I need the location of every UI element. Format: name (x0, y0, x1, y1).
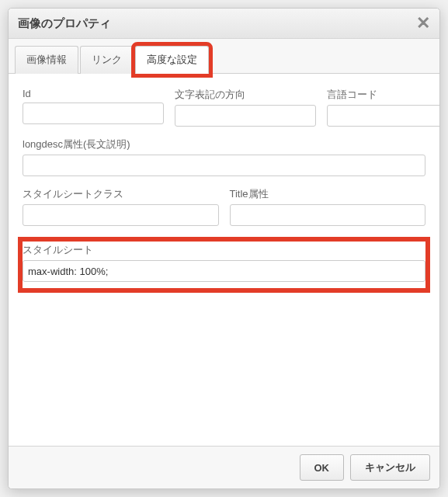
cancel-button[interactable]: キャンセル (350, 454, 430, 481)
dialog-titlebar: 画像のプロパティ ✕ (9, 9, 439, 39)
id-input[interactable] (23, 103, 164, 124)
id-label: Id (23, 88, 164, 99)
dialog-title: 画像のプロパティ (18, 16, 416, 31)
tab-advanced[interactable]: 高度な設定 (135, 46, 209, 74)
tab-link[interactable]: リンク (80, 46, 134, 74)
tab-image-info[interactable]: 画像情報 (15, 46, 78, 74)
dialog-footer: OK キャンセル (9, 446, 439, 488)
lang-code-input[interactable] (327, 105, 439, 127)
image-properties-dialog: 画像のプロパティ ✕ 画像情報 リンク 高度な設定 Id 文字表記の方向 言語コ… (8, 8, 440, 489)
ok-button[interactable]: OK (300, 454, 345, 481)
stylesheet-highlight: スタイルシート (18, 237, 430, 293)
stylesheet-input[interactable] (23, 260, 425, 282)
stylesheet-class-label: スタイルシートクラス (23, 187, 219, 201)
stylesheet-class-input[interactable] (23, 204, 219, 226)
text-direction-label: 文字表記の方向 (175, 88, 316, 102)
lang-code-label: 言語コード (327, 88, 439, 102)
longdesc-label: longdesc属性(長文説明) (23, 137, 425, 151)
tab-bar: 画像情報 リンク 高度な設定 (9, 39, 439, 74)
longdesc-input[interactable] (23, 155, 425, 176)
title-attr-input[interactable] (230, 204, 426, 226)
stylesheet-label: スタイルシート (23, 243, 425, 257)
text-direction-input[interactable] (175, 105, 316, 127)
dialog-body: Id 文字表記の方向 言語コード longdesc属性(長文説明) スタイルシー… (9, 74, 439, 446)
title-attr-label: Title属性 (230, 187, 426, 201)
close-icon[interactable]: ✕ (416, 15, 430, 32)
